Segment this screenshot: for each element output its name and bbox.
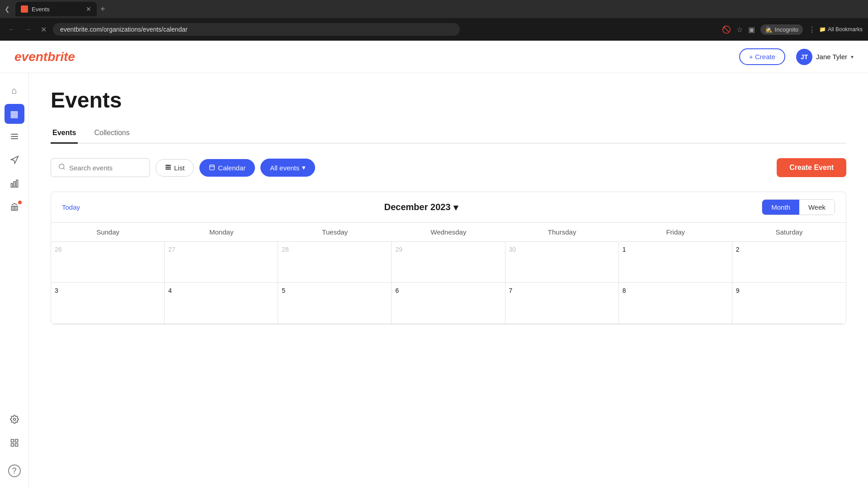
sidebar-item-settings[interactable]: [5, 410, 24, 430]
list-view-button[interactable]: List: [156, 159, 194, 177]
split-screen-icon[interactable]: ▣: [748, 25, 755, 34]
nav-actions: 🚫 ☆ ▣ 🕵 Incognito ⋮: [722, 24, 816, 35]
tab-close-button[interactable]: ✕: [86, 5, 91, 13]
user-menu[interactable]: JT Jane Tyler ▾: [796, 49, 854, 65]
svg-rect-8: [15, 439, 18, 442]
calendar-icon: ▦: [10, 108, 19, 119]
bookmarks-button[interactable]: 📁 All Bookmarks: [819, 26, 863, 33]
create-button[interactable]: + Create: [739, 48, 785, 65]
calendar-cell-dec7[interactable]: 7: [505, 283, 619, 324]
search-input[interactable]: [69, 164, 142, 172]
content-area: ⌂ ▦: [0, 73, 868, 488]
svg-rect-1: [11, 136, 18, 137]
bar-chart-icon: [10, 179, 19, 190]
svg-rect-0: [11, 134, 18, 135]
tab-collections[interactable]: Collections: [92, 123, 131, 144]
svg-rect-9: [11, 443, 14, 446]
bookmarks-folder-icon: 📁: [819, 26, 826, 33]
month-view-button[interactable]: Month: [762, 200, 799, 215]
calendar-cell-dec1[interactable]: 1: [619, 242, 732, 282]
week-view-button[interactable]: Week: [799, 200, 835, 215]
bank-icon: [10, 202, 19, 214]
svg-point-6: [13, 418, 15, 420]
day-header-thursday: Thursday: [505, 223, 619, 241]
calendar-cell-nov26[interactable]: 26: [51, 242, 165, 282]
month-chevron-icon[interactable]: ▾: [453, 202, 458, 213]
calendar-row-1: 26 27 28 29 30 1 2: [51, 242, 846, 283]
main-content: Events Events Collections: [29, 73, 868, 488]
sidebar-item-finance[interactable]: [5, 198, 24, 218]
help-icon: ?: [8, 465, 21, 477]
svg-rect-13: [166, 167, 171, 167]
tab-title: Events: [32, 6, 82, 13]
user-avatar: JT: [796, 49, 812, 65]
browser-chrome: ❮ Events ✕ + ← → ✕ eventbrite.com/organi…: [0, 0, 868, 41]
calendar-nav: December 2023 ▾: [80, 202, 762, 213]
active-tab[interactable]: Events ✕: [15, 2, 97, 16]
calendar-cell-nov28[interactable]: 28: [278, 242, 392, 282]
sidebar-item-help[interactable]: ?: [5, 461, 24, 481]
incognito-label: Incognito: [775, 26, 799, 33]
calendar-cell-dec3[interactable]: 3: [51, 283, 165, 324]
star-icon[interactable]: ☆: [736, 25, 743, 34]
bookmarks-label: All Bookmarks: [828, 26, 863, 33]
svg-rect-15: [210, 165, 215, 170]
calendar-cell-dec4[interactable]: 4: [165, 283, 278, 324]
browser-nav: ← → ✕ eventbrite.com/organizations/event…: [0, 18, 868, 41]
tab-favicon: [21, 5, 28, 13]
browser-tabs: ❮ Events ✕ +: [0, 0, 868, 18]
page-tabs: Events Collections: [51, 123, 846, 144]
address-bar[interactable]: eventbrite.com/organizations/events/cale…: [53, 23, 460, 36]
user-menu-chevron-icon: ▾: [851, 54, 854, 60]
calendar-view-icon: [209, 164, 215, 172]
calendar-view-button[interactable]: Calendar: [199, 159, 255, 177]
calendar-grid: Sunday Monday Tuesday Wednesday Thursday…: [51, 223, 846, 324]
month-title: December 2023 ▾: [384, 202, 458, 213]
sidebar-item-list[interactable]: [5, 127, 24, 147]
eventbrite-logo[interactable]: eventbrite: [14, 50, 75, 64]
svg-rect-5: [16, 180, 18, 187]
today-button[interactable]: Today: [62, 203, 80, 211]
filter-label: All events: [270, 164, 299, 172]
tab-events[interactable]: Events: [51, 123, 78, 144]
calendar-view-label: Calendar: [218, 164, 245, 172]
calendar-cell-dec6[interactable]: 6: [392, 283, 505, 324]
new-tab-button[interactable]: +: [100, 5, 105, 14]
svg-rect-12: [166, 165, 171, 165]
forward-button[interactable]: →: [22, 23, 34, 35]
day-header-tuesday: Tuesday: [278, 223, 392, 241]
sidebar-item-apps[interactable]: [5, 434, 24, 454]
app: eventbrite + Create JT Jane Tyler ▾ ⌂ ▦: [0, 41, 868, 488]
reload-button[interactable]: ✕: [38, 23, 49, 36]
search-box[interactable]: [51, 158, 150, 177]
megaphone-icon: [10, 155, 19, 167]
tab-list-button[interactable]: ❮: [5, 5, 10, 13]
svg-rect-4: [14, 181, 15, 187]
calendar-cell-dec5[interactable]: 5: [278, 283, 392, 324]
home-icon: ⌂: [11, 85, 17, 96]
calendar-days-header: Sunday Monday Tuesday Wednesday Thursday…: [51, 223, 846, 242]
filter-button[interactable]: All events ▾: [260, 159, 315, 177]
view-toggle: Month Week: [762, 199, 835, 215]
svg-point-11: [59, 164, 64, 169]
filter-chevron-icon: ▾: [302, 164, 306, 172]
sidebar-item-analytics[interactable]: [5, 174, 24, 194]
calendar-cell-nov27[interactable]: 27: [165, 242, 278, 282]
calendar-cell-dec8[interactable]: 8: [619, 283, 732, 324]
calendar-cell-nov29[interactable]: 29: [392, 242, 505, 282]
calendar-cell-nov30[interactable]: 30: [505, 242, 619, 282]
top-nav: eventbrite + Create JT Jane Tyler ▾: [0, 41, 868, 73]
svg-rect-3: [11, 183, 12, 187]
incognito-badge: 🕵 Incognito: [760, 24, 803, 35]
create-event-button[interactable]: Create Event: [777, 158, 846, 177]
list-view-icon: [165, 164, 171, 172]
back-button[interactable]: ←: [5, 23, 18, 35]
sidebar-item-home[interactable]: ⌂: [5, 80, 24, 100]
notification-dot: [18, 201, 22, 204]
sidebar-item-calendar[interactable]: ▦: [5, 104, 24, 124]
list-icon: [10, 132, 19, 143]
calendar-cell-dec2[interactable]: 2: [732, 242, 846, 282]
sidebar-item-marketing[interactable]: [5, 151, 24, 171]
menu-icon[interactable]: ⋮: [808, 25, 816, 34]
calendar-cell-dec9[interactable]: 9: [732, 283, 846, 324]
